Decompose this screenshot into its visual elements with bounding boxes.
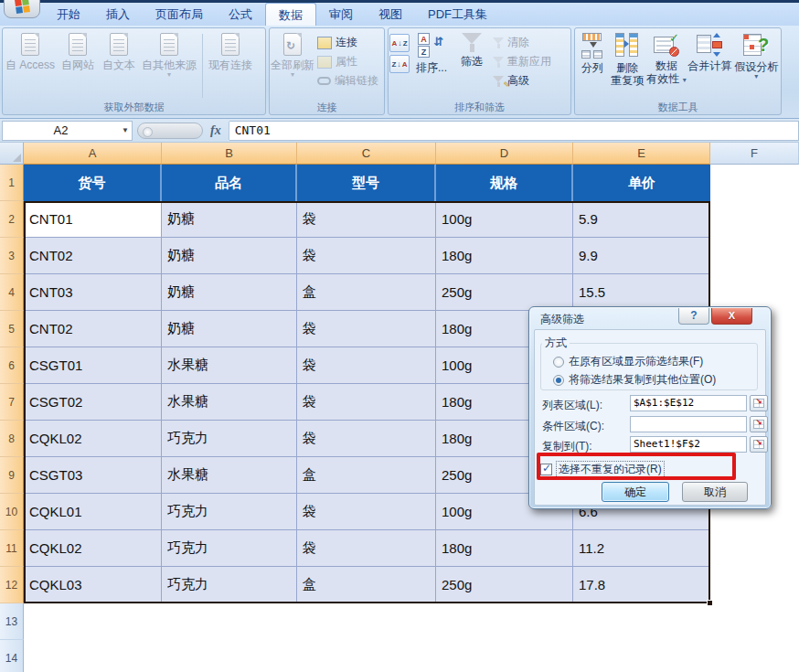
cell-C3[interactable]: 袋 <box>297 238 436 274</box>
cell-C7[interactable]: 袋 <box>297 384 436 421</box>
column-header-B[interactable]: B <box>162 143 297 165</box>
cell-B10[interactable]: 巧克力 <box>162 494 297 530</box>
column-header-A[interactable]: A <box>24 143 162 165</box>
sort-descending-button[interactable]: Z↓A <box>389 55 410 73</box>
cell-D4[interactable]: 250g <box>436 274 573 311</box>
tab-pdf-tools[interactable]: PDF工具集 <box>415 3 500 26</box>
cell-B3[interactable]: 奶糖 <box>162 238 297 274</box>
radio-copy-to-other[interactable]: 将筛选结果复制到其他位置(O) <box>553 372 716 388</box>
header-cell-B1[interactable]: 品名 <box>162 165 297 201</box>
tab-page-layout[interactable]: 页面布局 <box>143 3 216 26</box>
list-range-input[interactable]: $A$1:$E$12 <box>630 395 747 411</box>
cell-B8[interactable]: 巧克力 <box>162 421 297 457</box>
cell-D12[interactable]: 250g <box>436 567 573 603</box>
tab-data[interactable]: 数据 <box>265 3 316 26</box>
cell-E2[interactable]: 5.9 <box>573 201 710 238</box>
cell-C9[interactable]: 盒 <box>297 457 436 494</box>
copy-to-picker-button[interactable] <box>750 436 768 453</box>
filter-button[interactable]: 筛选 <box>453 30 490 98</box>
row-header-1[interactable]: 1 <box>0 165 24 201</box>
column-header-C[interactable]: C <box>297 143 436 165</box>
cell-B6[interactable]: 水果糖 <box>162 347 297 384</box>
cell-B11[interactable]: 巧克力 <box>162 530 297 567</box>
cell-C11[interactable]: 袋 <box>297 530 436 567</box>
cell-E3[interactable]: 9.9 <box>573 238 710 274</box>
row-header-5[interactable]: 5 <box>0 311 24 347</box>
column-header-D[interactable]: D <box>436 143 573 165</box>
sort-ascending-button[interactable]: A↓Z <box>389 34 410 52</box>
cell-D2[interactable]: 100g <box>436 201 573 238</box>
what-if-analysis-button[interactable]: ? 假设分析 ▾ <box>732 30 780 98</box>
criteria-range-picker-button[interactable] <box>750 416 768 432</box>
row-header-11[interactable]: 11 <box>0 530 24 567</box>
row-header-10[interactable]: 10 <box>0 494 24 530</box>
row-header-8[interactable]: 8 <box>0 421 24 457</box>
text-to-columns-button[interactable]: 分列 <box>576 30 609 98</box>
checkbox-checked-icon[interactable] <box>540 464 552 475</box>
dialog-close-button[interactable]: X <box>711 308 752 325</box>
cell-D11[interactable]: 180g <box>436 530 573 567</box>
header-cell-A1[interactable]: 货号 <box>24 165 162 201</box>
cell-A5[interactable]: CNT02 <box>24 311 162 347</box>
cell-E11[interactable]: 11.2 <box>573 530 710 567</box>
formula-input[interactable]: CNT01 <box>229 121 799 141</box>
cell-B4[interactable]: 奶糖 <box>162 274 297 311</box>
sort-button[interactable]: AZ⇵ 排序... <box>410 30 453 98</box>
dialog-title[interactable]: 高级筛选 <box>540 312 584 327</box>
insert-function-icon[interactable]: fx <box>210 123 221 138</box>
cell-B9[interactable]: 水果糖 <box>162 457 297 494</box>
cell-E12[interactable]: 17.8 <box>573 567 710 603</box>
connections-button[interactable]: 连接 <box>314 34 381 51</box>
header-cell-E1[interactable]: 单价 <box>573 165 710 201</box>
column-header-F[interactable]: F <box>710 143 799 165</box>
unique-records-checkbox-row[interactable]: 选择不重复的记录(R) <box>540 462 664 477</box>
cell-D3[interactable]: 180g <box>436 238 573 274</box>
cancel-button[interactable]: 取消 <box>682 482 748 502</box>
cell-C4[interactable]: 盒 <box>297 274 436 311</box>
cell-C10[interactable]: 袋 <box>297 494 436 530</box>
remove-duplicates-button[interactable]: 删除 重复项 <box>609 30 646 98</box>
cell-A11[interactable]: CQKL02 <box>24 530 162 567</box>
cell-C5[interactable]: 袋 <box>297 311 436 347</box>
row-header-2[interactable]: 2 <box>0 201 24 238</box>
cell-C6[interactable]: 袋 <box>297 347 436 384</box>
row-header-12[interactable]: 12 <box>0 567 24 603</box>
row-header-6[interactable]: 6 <box>0 347 24 384</box>
row-header-4[interactable]: 4 <box>0 274 24 311</box>
cell-A10[interactable]: CQKL01 <box>24 494 162 530</box>
tab-formulas[interactable]: 公式 <box>216 3 265 26</box>
ok-button[interactable]: 确定 <box>602 482 669 502</box>
column-header-E[interactable]: E <box>573 143 710 165</box>
row-header-3[interactable]: 3 <box>0 238 24 274</box>
cell-C12[interactable]: 盒 <box>297 567 436 603</box>
select-all-corner[interactable] <box>0 143 24 165</box>
cell-B7[interactable]: 水果糖 <box>162 384 297 421</box>
cell-B12[interactable]: 巧克力 <box>162 567 297 603</box>
cell-A7[interactable]: CSGT02 <box>24 384 162 421</box>
cell-E4[interactable]: 15.5 <box>573 274 710 311</box>
radio-on-icon[interactable] <box>553 375 564 386</box>
row-header-7[interactable]: 7 <box>0 384 24 421</box>
header-cell-C1[interactable]: 型号 <box>297 165 436 201</box>
tab-view[interactable]: 视图 <box>366 3 415 26</box>
cell-C2[interactable]: 袋 <box>297 201 436 238</box>
cell-A8[interactable]: CQKL02 <box>24 421 162 457</box>
cell-A6[interactable]: CSGT01 <box>24 347 162 384</box>
row-header-13[interactable]: 13 <box>0 603 24 640</box>
cell-A2[interactable]: CNT01 <box>24 201 162 238</box>
list-range-picker-button[interactable] <box>750 395 768 411</box>
name-box[interactable]: A2 ▼ <box>2 121 133 141</box>
radio-off-icon[interactable] <box>553 357 564 368</box>
copy-to-input[interactable]: Sheet1!$F$2 <box>630 436 747 453</box>
cell-A12[interactable]: CQKL03 <box>24 567 162 603</box>
cell-A4[interactable]: CNT03 <box>24 274 162 311</box>
consolidate-button[interactable]: 合并计算 <box>687 30 732 98</box>
criteria-range-input[interactable] <box>630 416 747 432</box>
cell-B5[interactable]: 奶糖 <box>162 311 297 347</box>
row-header-14[interactable]: 14 <box>0 640 24 672</box>
advanced-filter-button[interactable]: ✎ 高级 <box>490 72 554 90</box>
dialog-help-button[interactable]: ? <box>678 308 709 325</box>
cell-C8[interactable]: 袋 <box>297 421 436 457</box>
office-button[interactable] <box>4 0 40 18</box>
radio-filter-in-place[interactable]: 在原有区域显示筛选结果(F) <box>553 354 703 369</box>
